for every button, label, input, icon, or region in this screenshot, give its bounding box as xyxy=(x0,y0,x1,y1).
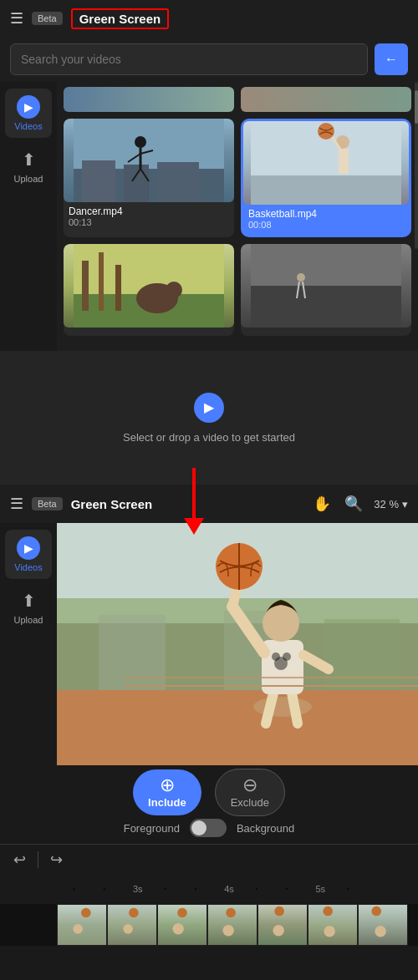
video-card-hidden-1[interactable] xyxy=(64,87,234,112)
bottom-hamburger-icon[interactable]: ☰ xyxy=(10,495,23,513)
svg-point-54 xyxy=(123,924,133,934)
beta-badge: Beta xyxy=(32,12,63,25)
bottom-main-area: ▶ Videos ⬆ Upload xyxy=(0,523,418,765)
red-arrow-line xyxy=(192,468,196,518)
animal-thumbnail xyxy=(64,244,234,328)
foreground-label: Foreground xyxy=(124,822,180,835)
bottom-panel: ☰ Beta Green Screen ✋ 🔍 32 % ▾ ▶ Videos … xyxy=(0,485,418,980)
upload-icon: ⬆ xyxy=(17,148,40,171)
video-card-dark[interactable] xyxy=(241,244,411,336)
undo-redo-divider xyxy=(38,851,38,868)
top-panel: ☰ Beta Green Screen ← ▶ Videos ⬆ Upload xyxy=(0,0,418,485)
svg-point-58 xyxy=(222,925,234,937)
undo-icon[interactable]: ↩ xyxy=(13,851,26,869)
svg-point-63 xyxy=(371,906,381,917)
drop-zone: ▶ Select or drop a video to get started xyxy=(0,351,418,485)
search-tool-icon[interactable]: 🔍 xyxy=(344,495,363,513)
sidebar-item-upload[interactable]: ⬆ Upload xyxy=(5,141,52,190)
exclude-label: Exclude xyxy=(231,796,269,809)
svg-point-56 xyxy=(172,923,184,935)
svg-point-53 xyxy=(129,908,139,918)
svg-point-55 xyxy=(177,908,187,918)
play-drop-icon: ▶ xyxy=(194,393,224,423)
hand-tool-icon[interactable]: ✋ xyxy=(313,495,331,513)
basketball-thumbnail xyxy=(243,121,409,205)
bottom-upload-icon: ⬆ xyxy=(17,589,40,612)
svg-rect-33 xyxy=(99,615,166,690)
film-frame-2 xyxy=(107,904,157,946)
svg-point-60 xyxy=(273,925,284,937)
bottom-app-title: Green Screen xyxy=(71,497,153,511)
undoredo-row: ↩ ↪ xyxy=(0,844,418,874)
svg-point-59 xyxy=(274,906,284,917)
basketball-info: Basketball.mp4 00:08 xyxy=(243,205,409,235)
dark-thumbnail xyxy=(241,244,411,328)
svg-rect-25 xyxy=(251,286,401,328)
svg-point-23 xyxy=(166,282,182,298)
videos-label: Videos xyxy=(14,121,42,131)
dancer-name: Dancer.mp4 xyxy=(69,206,229,217)
sidebar-item-videos[interactable]: ▶ Videos xyxy=(5,89,52,138)
hamburger-icon[interactable]: ☰ xyxy=(10,9,23,28)
top-header-bar: ☰ Beta Green Screen xyxy=(0,0,418,37)
bottom-sidebar-videos[interactable]: ▶ Videos xyxy=(5,530,52,579)
film-frame-3 xyxy=(157,904,207,946)
video-card-basketball[interactable]: Basketball.mp4 00:08 xyxy=(241,119,411,237)
film-frame-1 xyxy=(57,904,107,946)
video-card-hidden-2[interactable] xyxy=(241,87,411,112)
svg-point-52 xyxy=(73,924,83,934)
action-buttons-row: ⊕ Include ⊖ Exclude xyxy=(0,765,418,812)
svg-point-57 xyxy=(226,908,236,918)
videos-icon: ▶ xyxy=(17,95,40,119)
video-card-dancer[interactable]: Dancer.mp4 00:13 xyxy=(64,119,234,237)
svg-point-41 xyxy=(272,652,280,661)
search-wrapper[interactable] xyxy=(10,43,368,75)
bottom-videos-icon: ▶ xyxy=(17,536,40,560)
timeline-ruler: · · 3s · · 4s · · 5s · xyxy=(0,874,418,904)
upload-label: Upload xyxy=(14,174,43,184)
svg-point-5 xyxy=(135,136,146,148)
svg-point-61 xyxy=(323,906,333,917)
ruler-mark-4s: 4s xyxy=(224,884,234,894)
scroll-thumb xyxy=(415,90,418,124)
video-card-animal[interactable] xyxy=(64,244,234,336)
toggle-row: Foreground Background xyxy=(0,812,418,844)
app-title: Green Screen xyxy=(71,8,170,29)
svg-point-43 xyxy=(263,605,299,642)
svg-point-51 xyxy=(81,908,91,918)
bottom-sidebar-upload[interactable]: ⬆ Upload xyxy=(5,582,52,632)
ruler-inner: · · 3s · · 4s · · 5s · xyxy=(57,874,361,904)
svg-point-42 xyxy=(283,652,291,661)
ruler-dot-7: · xyxy=(346,881,349,896)
dancer-info: Dancer.mp4 00:13 xyxy=(64,202,234,232)
zoom-value: 32 % xyxy=(374,498,399,510)
ruler-dot-6: · xyxy=(285,881,288,896)
exclude-button[interactable]: ⊖ Exclude xyxy=(215,769,285,816)
svg-rect-3 xyxy=(124,165,149,202)
drop-text: Select or drop a video to get started xyxy=(123,431,295,444)
film-frame-4 xyxy=(207,904,257,946)
fg-bg-toggle[interactable] xyxy=(190,819,227,837)
search-input[interactable] xyxy=(21,53,357,66)
red-arrow xyxy=(184,468,204,535)
include-button[interactable]: ⊕ Include xyxy=(133,769,201,815)
bottom-sidebar: ▶ Videos ⬆ Upload xyxy=(0,523,57,765)
zoom-control[interactable]: 32 % ▾ xyxy=(374,498,408,510)
include-plus-icon: ⊕ xyxy=(160,776,175,795)
back-button[interactable]: ← xyxy=(375,43,408,75)
dancer-thumbnail xyxy=(64,119,234,202)
svg-rect-35 xyxy=(324,619,400,690)
svg-rect-19 xyxy=(82,261,89,311)
bottom-upload-label: Upload xyxy=(14,615,43,625)
svg-rect-12 xyxy=(251,175,401,205)
ruler-dot-2: · xyxy=(103,881,106,896)
dark-info xyxy=(241,328,411,336)
redo-icon[interactable]: ↪ xyxy=(50,851,63,869)
basketball-name: Basketball.mp4 xyxy=(248,208,404,220)
ruler-mark-3s: 3s xyxy=(133,884,143,894)
red-arrow-head xyxy=(184,518,204,535)
film-frame-7 xyxy=(358,904,408,946)
scroll-indicator xyxy=(415,82,418,249)
background-label: Background xyxy=(237,822,294,835)
ruler-mark-5s: 5s xyxy=(315,884,325,894)
